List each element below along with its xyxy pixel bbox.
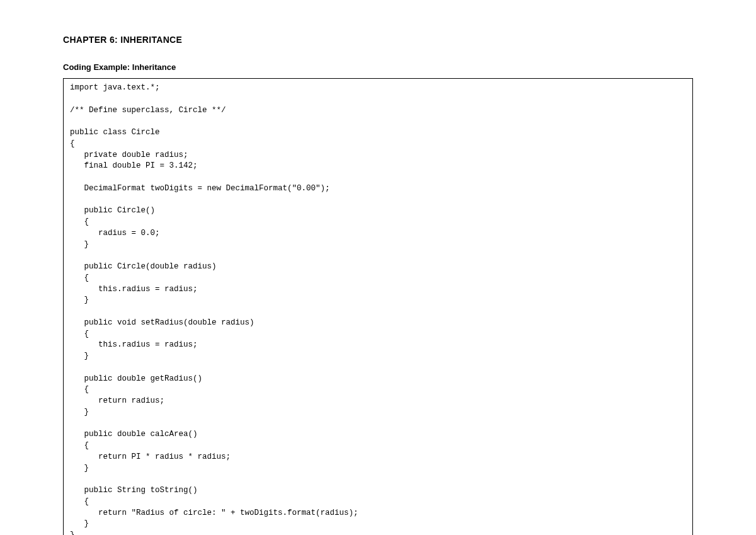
code-content: import java.text.*; /** Define superclas… [70,83,686,535]
coding-example-subheading: Coding Example: Inheritance [63,62,693,72]
chapter-heading: CHAPTER 6: INHERITANCE [63,35,693,45]
code-box: import java.text.*; /** Define superclas… [63,78,693,535]
